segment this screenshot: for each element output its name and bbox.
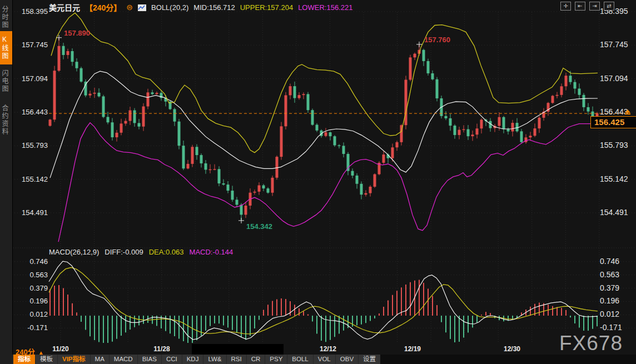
toolbar-button-BOLL[interactable]: BOLL [287,355,312,364]
candlestick-chart-canvas[interactable] [0,0,636,364]
price-alert-icon[interactable] [625,109,630,114]
chart-header: 美元日元 【240分】 ⊜ BOLL(20,2) MID:156.712 UPP… [49,2,352,13]
chart-window-icons: ✛⇤⇥⇄ [560,2,614,11]
macd-dea-value: DEA:0.063 [149,248,184,256]
price-axis-label-left: 157.745 [13,41,48,49]
macd-axis-label-left: 0.746 [13,257,48,266]
macd-header: MACD(26,12,9) DIFF:-0.009 DEA:0.063 MACD… [49,248,233,256]
x-axis-date-label: 12/12 [320,345,336,353]
boll-lower-value: LOWER:156.221 [298,3,352,12]
macd-axis-label-right: 0.012 [600,310,619,318]
trading-app-window: 分时图K线图闪电图合约资料 美元日元 【240分】 ⊜ BOLL(20,2) M… [0,0,636,364]
macd-axis-label-right: 0.746 [600,257,619,266]
macd-diff-value: DIFF:-0.009 [105,248,143,256]
mini-chart-icon [138,4,146,11]
toolbar-button-MA[interactable]: MA [91,355,109,364]
sidebar-tab-active[interactable]: K线图 [0,31,12,64]
boll-mid-value: MID:156.712 [193,3,235,12]
price-axis-label-right: 155.793 [600,141,628,149]
toolbar-button-KDJ[interactable]: KDJ [182,355,203,364]
compress-axis-icon[interactable]: ⇤ [575,2,585,11]
toolbar-button-CCI[interactable]: CCI [162,355,182,364]
price-annotation: 157.890 [64,29,90,37]
price-axis-label-right: 156.443 [600,107,628,116]
toolbar-button-指标[interactable]: 指标 [13,355,35,364]
x-axis-date-label: 11/28 [153,345,170,353]
macd-axis-label-left: 0.563 [13,271,48,279]
macd-axis-label-right: 0.196 [600,296,619,305]
macd-axis-label-left: 0.012 [13,310,48,318]
macd-axis-label-right: 0.563 [600,270,619,279]
macd-axis-label-left: 0.379 [13,284,48,292]
footer-row: 指标模板VIP指标MAMACDBIASCCIKDJLW&RSICRPSYBOLL… [12,355,636,364]
toolbar-button-模板[interactable]: 模板 [36,355,57,364]
price-axis-label-left: 156.443 [13,108,48,116]
price-axis-label-right: 157.094 [600,74,628,83]
macd-axis-label-right: -0.171 [600,323,622,332]
watermark: FX678 [559,332,623,355]
pan-axis-icon[interactable]: ⇄ [604,2,614,11]
chart-type-sidebar: 分时图K线图闪电图合约资料 [0,0,13,364]
toolbar-button-LW&[interactable]: LW& [203,355,226,364]
macd-axis-label-left: -0.171 [13,323,48,332]
toolbar-button-RSI[interactable]: RSI [227,355,246,364]
toolbar-button-MACD[interactable]: MACD [110,355,137,364]
price-axis-label-left: 155.142 [13,175,48,183]
macd-axis-label-left: 0.196 [13,297,48,305]
toolbar-button-CR[interactable]: CR [247,355,265,364]
toolbar-button-VIP指标[interactable]: VIP指标 [58,355,90,364]
macd-axis-label-right: 0.379 [600,283,619,292]
macd-macd-value: MACD:-0.144 [190,248,233,256]
sidebar-tab-item[interactable]: 分时图 [0,2,12,32]
price-axis-label-right: 155.142 [600,174,628,183]
menu-circle-icon[interactable]: ⊜ [126,3,133,12]
toolbar-button-BIAS[interactable]: BIAS [138,355,161,364]
price-axis-label-left: 157.094 [13,74,48,83]
price-axis-label-right: 157.745 [600,40,628,49]
price-annotation: 154.342 [246,222,272,231]
toolbar-button-PSY[interactable]: PSY [265,355,287,364]
boll-indicator-label: BOLL(20,2) [151,3,188,12]
boll-upper-value: UPPER:157.204 [240,3,293,12]
toolbar-button-OBV[interactable]: OBV [336,355,358,364]
current-price-value: 156.425 [594,117,624,127]
sidebar-tab-item[interactable]: 闪电图 [0,66,12,97]
price-axis-label-left: 155.793 [13,141,48,149]
price-axis-label-right: 154.491 [600,208,628,217]
toolbar-button-VOL[interactable]: VOL [314,355,335,364]
price-axis-label-left: 154.491 [13,208,48,217]
redacted-date-label [192,344,284,355]
indicator-toolbar: 指标模板VIP指标MAMACDBIASCCIKDJLW&RSICRPSYBOLL… [12,355,380,364]
toolbar-button-设置[interactable]: 设置 [359,355,380,364]
price-axis-label-left: 158.395 [13,7,48,16]
symbol-title: 美元日元 [49,2,80,13]
move-icon[interactable]: ✛ [560,2,571,11]
x-axis-date-label: 12/19 [404,345,421,353]
x-axis-date-label: 11/20 [52,345,68,353]
current-price-box: 156.425 [590,116,636,128]
x-axis-date-label: 12/30 [504,345,520,353]
price-annotation: 157.760 [424,36,450,44]
period-label: 【240分】 [85,2,121,13]
sidebar-tab-item[interactable]: 合约资料 [0,99,12,141]
expand-axis-icon[interactable]: ⇥ [589,2,600,11]
macd-indicator-label: MACD(26,12,9) [49,248,99,256]
